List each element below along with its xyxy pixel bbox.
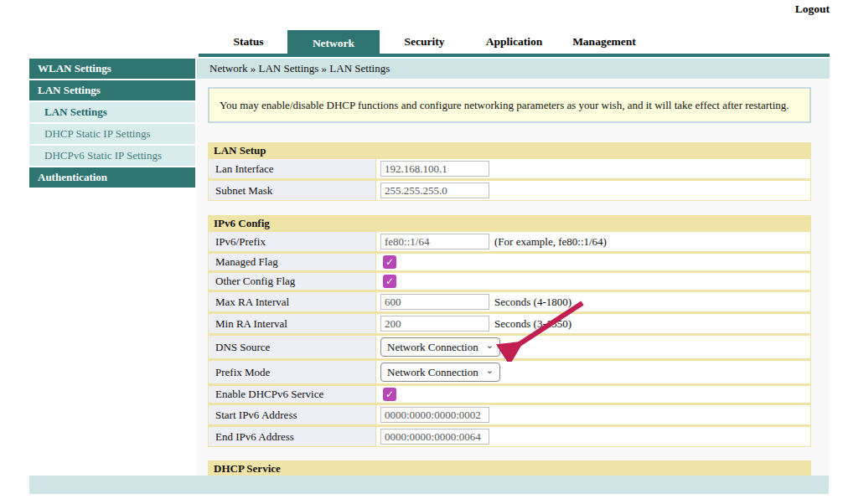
managed-flag-checkbox[interactable]: ✓ [383,255,396,269]
sidebar-item-dhcpv6-static-ip[interactable]: DHCPv6 Static IP Settings [29,146,195,166]
prefix-mode-label: Prefix Mode [209,361,376,383]
router-admin-page: Logout Status Network Security Applicati… [0,0,843,504]
tab-management[interactable]: Management [559,30,649,54]
sidebar: WLAN Settings LAN Settings LAN Settings … [29,59,195,189]
section-lan-setup: LAN Setup Lan Interface Subnet Mask [208,142,811,201]
check-icon: ✓ [385,257,394,267]
table-row: Min RA Interval Seconds (3-1350) [209,311,810,333]
max-ra-interval-label: Max RA Interval [209,292,376,311]
main-nav-tabbar: Status Network Security Application Mana… [209,30,649,54]
table-row: Managed Flag ✓ [209,251,810,270]
sidebar-group-lan-settings[interactable]: LAN Settings [29,80,195,100]
sidebar-item-authentication[interactable]: Authentication [29,167,195,188]
tab-status[interactable]: Status [209,30,287,54]
table-row: Prefix Mode Network Connection ⌄ [209,358,810,383]
min-ra-interval-input[interactable] [380,316,489,332]
chevron-down-icon: ⌄ [486,365,494,376]
enable-dhcpv6-label: Enable DHCPv6 Service [209,386,376,403]
table-row: IPv6/Prefix (For example, fe80::1/64) [209,232,810,251]
other-config-flag-checkbox[interactable]: ✓ [383,275,396,288]
dns-source-selected-value: Network Connection [387,341,478,354]
check-icon: ✓ [385,389,394,399]
lan-interface-label: Lan Interface [209,159,376,178]
start-ipv6-address-input[interactable] [380,407,489,423]
table-row: Lan Interface [209,159,810,178]
table-row: End IPv6 Address [209,424,810,446]
end-ipv6-address-label: End IPv6 Address [209,427,376,446]
max-ra-interval-input[interactable] [380,294,489,310]
table-row: Max RA Interval Seconds (4-1800) [209,290,810,311]
info-message-text: You may enable/disable DHCP functions an… [220,99,789,112]
sidebar-item-wlan-settings[interactable]: WLAN Settings [29,59,195,79]
tab-application[interactable]: Application [469,30,559,54]
tab-security[interactable]: Security [380,30,469,54]
min-ra-interval-label: Min RA Interval [209,314,376,333]
start-ipv6-address-label: Start IPv6 Address [209,405,376,424]
table-row: DNS Source Network Connection ⌄ [209,333,810,358]
dns-source-label: DNS Source [209,336,376,358]
managed-flag-label: Managed Flag [209,254,376,270]
subnet-mask-input[interactable] [380,183,489,198]
min-ra-interval-hint: Seconds (3-1350) [494,317,571,331]
lan-interface-input[interactable] [380,161,489,177]
dns-source-select[interactable]: Network Connection ⌄ [380,337,500,357]
check-icon: ✓ [385,276,394,286]
ipv6-prefix-hint: (For example, fe80::1/64) [494,235,607,249]
enable-dhcpv6-checkbox[interactable]: ✓ [383,388,396,401]
main-content: Network » LAN Settings » LAN Settings Yo… [197,59,830,477]
other-config-flag-label: Other Config Flag [209,273,376,290]
section-ipv6-config: IPv6 Config IPv6/Prefix (For example, fe… [208,215,811,447]
ipv6-prefix-input[interactable] [380,234,489,249]
table-row: Enable DHCPv6 Service ✓ [209,383,810,403]
chevron-down-icon: ⌄ [486,340,494,351]
table-row: Subnet Mask [209,178,810,200]
bottom-bar [29,476,829,494]
ipv6-prefix-label: IPv6/Prefix [209,232,376,251]
tabbar-underline [199,54,830,57]
info-message-box: You may enable/disable DHCP functions an… [208,87,811,123]
breadcrumb: Network » LAN Settings » LAN Settings [197,59,830,79]
prefix-mode-select[interactable]: Network Connection ⌄ [380,363,500,382]
prefix-mode-selected-value: Network Connection [387,366,478,379]
sidebar-item-lan-settings[interactable]: LAN Settings [29,102,195,122]
sidebar-item-dhcp-static-ip[interactable]: DHCP Static IP Settings [29,124,195,144]
logout-link[interactable]: Logout [795,3,830,16]
subnet-mask-label: Subnet Mask [209,181,376,200]
end-ipv6-address-input[interactable] [380,429,489,445]
max-ra-interval-hint: Seconds (4-1800) [494,296,571,309]
ipv6-config-header: IPv6 Config [209,216,810,232]
table-row: Other Config Flag ✓ [209,270,810,290]
table-row: Start IPv6 Address [209,403,810,424]
lan-setup-header: LAN Setup [209,143,810,159]
